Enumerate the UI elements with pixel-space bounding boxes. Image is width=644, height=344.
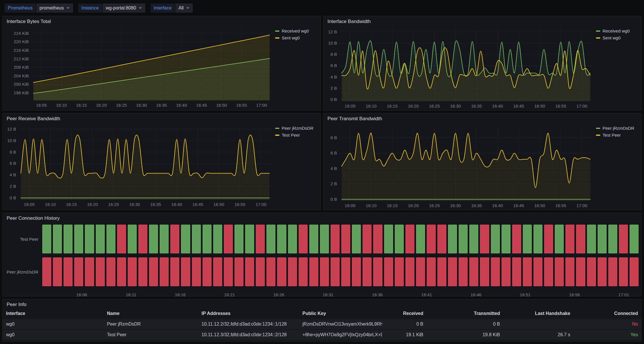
state-bar[interactable] (181, 257, 190, 286)
state-bar[interactable] (213, 257, 222, 286)
column-header-connected[interactable]: Connected (574, 309, 641, 319)
state-bar[interactable] (42, 257, 51, 286)
state-bar[interactable] (149, 257, 158, 286)
state-bar[interactable] (416, 257, 425, 286)
variable-label-prometheus[interactable]: Prometheus (5, 3, 36, 13)
state-bar[interactable] (266, 225, 275, 253)
state-bar[interactable] (587, 225, 596, 253)
state-bar[interactable] (534, 257, 542, 286)
variable-value-instance[interactable]: wg-portal:8080 (102, 3, 145, 13)
state-bar[interactable] (373, 257, 382, 286)
state-bar[interactable] (266, 257, 275, 286)
state-bar[interactable] (288, 225, 297, 253)
state-bar[interactable] (203, 257, 212, 286)
legend-item-peer-jrzmdsdr[interactable]: Peer jRzmDsDR (275, 126, 318, 131)
state-bar[interactable] (320, 257, 329, 286)
legend-item-received-wg0[interactable]: Received wg0 (596, 28, 639, 33)
state-bar[interactable] (170, 257, 179, 286)
state-bar[interactable] (598, 257, 607, 286)
state-bar[interactable] (480, 225, 489, 253)
legend-item-test-peer[interactable]: Test Peer (596, 133, 639, 137)
legend-item-test-peer[interactable]: Test Peer (275, 133, 318, 137)
panel-title[interactable]: Peer Receive Bandwidth (3, 113, 321, 123)
state-bar[interactable] (576, 225, 585, 253)
state-bar[interactable] (469, 225, 478, 253)
state-bar[interactable] (106, 257, 115, 286)
state-bar[interactable] (416, 225, 425, 253)
state-bar[interactable] (459, 225, 468, 253)
state-bar[interactable] (619, 257, 628, 286)
state-bar[interactable] (277, 257, 286, 286)
state-bar[interactable] (587, 257, 596, 286)
state-bar[interactable] (331, 225, 340, 253)
column-header-ip-addresses[interactable]: IP Addresses (198, 309, 299, 319)
state-bar[interactable] (427, 257, 436, 286)
state-bar[interactable] (480, 257, 489, 286)
state-bar[interactable] (192, 257, 201, 286)
state-bar[interactable] (203, 225, 212, 253)
state-bar[interactable] (138, 257, 147, 286)
peer-receive-chart[interactable]: 16:0516:1016:1516:2016:2516:3016:3516:40… (3, 123, 275, 210)
state-bar[interactable] (149, 225, 158, 253)
state-bar[interactable] (288, 257, 297, 286)
legend-item-peer-jrzmdsdr[interactable]: Peer jRzmDsDR (596, 126, 639, 131)
column-header-transmitted[interactable]: Transmitted (427, 309, 503, 319)
state-bar[interactable] (491, 257, 500, 286)
column-header-name[interactable]: Name (104, 309, 198, 319)
state-bar[interactable] (598, 225, 607, 253)
panel-title[interactable]: Peer Info (3, 299, 641, 309)
state-bar[interactable] (299, 225, 308, 253)
panel-title[interactable]: Interface Bytes Total (3, 16, 321, 26)
state-bar[interactable] (309, 257, 318, 286)
state-bar[interactable] (181, 225, 190, 253)
state-bar[interactable] (384, 257, 393, 286)
state-bar[interactable] (512, 225, 521, 253)
bytes-total-chart[interactable]: 16:0516:1016:1516:2016:2516:3016:3516:40… (3, 26, 275, 110)
state-bar[interactable] (213, 225, 222, 253)
state-bar[interactable] (331, 257, 340, 286)
state-bar[interactable] (245, 225, 254, 253)
state-bar[interactable] (363, 225, 371, 253)
state-bar[interactable] (64, 257, 73, 286)
state-bar[interactable] (160, 257, 169, 286)
state-bar[interactable] (608, 257, 617, 286)
state-bar[interactable] (502, 257, 510, 286)
column-header-public-key[interactable]: Public Key (299, 309, 382, 319)
state-bar[interactable] (630, 225, 639, 253)
column-header-last-handshake[interactable]: Last Handshake (503, 309, 573, 319)
legend-item-received-wg0[interactable]: Received wg0 (275, 28, 318, 33)
state-bar[interactable] (523, 257, 532, 286)
panel-title[interactable]: Peer Transmit Bandwidth (323, 113, 641, 123)
state-bar[interactable] (341, 257, 350, 286)
state-bar[interactable] (630, 257, 639, 286)
state-bar[interactable] (96, 257, 105, 286)
variable-value-prometheus[interactable]: prometheus (36, 3, 73, 13)
variable-label-interface[interactable]: Interface (150, 3, 175, 13)
column-header-received[interactable]: Received (382, 309, 427, 319)
state-bar[interactable] (405, 225, 414, 253)
state-bar[interactable] (245, 257, 254, 286)
state-bar[interactable] (117, 225, 126, 253)
state-bar[interactable] (106, 225, 115, 253)
peer-transmit-chart[interactable]: 16:0516:1016:1516:2016:2516:3016:3516:40… (323, 123, 596, 210)
state-bar[interactable] (64, 225, 73, 253)
state-bar[interactable] (565, 257, 574, 286)
state-bar[interactable] (256, 257, 265, 286)
state-bar[interactable] (608, 225, 617, 253)
state-bar[interactable] (277, 225, 286, 253)
variable-label-instance[interactable]: Instance (78, 3, 102, 13)
state-bar[interactable] (555, 257, 564, 286)
state-bar[interactable] (437, 225, 446, 253)
state-bar[interactable] (427, 225, 436, 253)
state-bar[interactable] (555, 225, 564, 253)
state-bar[interactable] (565, 225, 574, 253)
state-bar[interactable] (352, 257, 361, 286)
state-bar[interactable] (544, 257, 553, 286)
state-bar[interactable] (352, 225, 361, 253)
column-header-interface[interactable]: Interface (3, 309, 104, 319)
state-bar[interactable] (235, 225, 243, 253)
state-bar[interactable] (138, 225, 147, 253)
state-bar[interactable] (224, 225, 233, 253)
state-bar[interactable] (235, 257, 243, 286)
state-bar[interactable] (405, 257, 414, 286)
